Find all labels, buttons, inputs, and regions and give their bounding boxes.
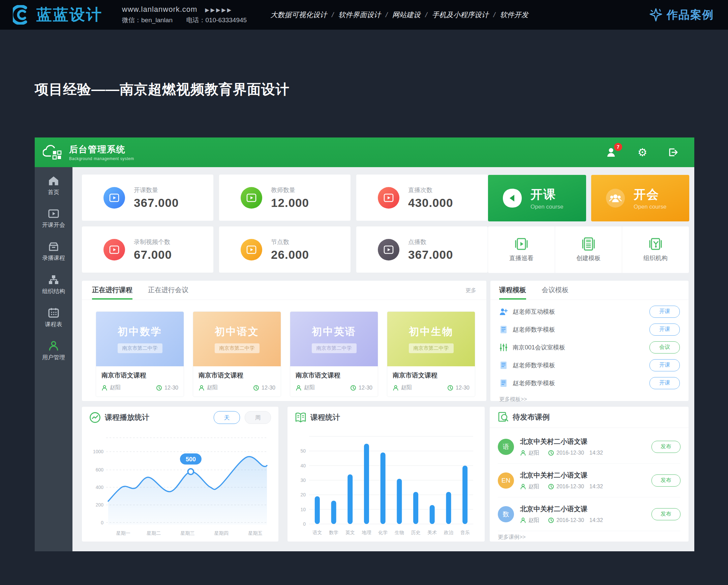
- stat-label: 节点数: [271, 238, 309, 246]
- publish-date: 2016-12-30: [556, 450, 584, 456]
- sidebar-label: 录播课程: [42, 254, 65, 262]
- publish-button[interactable]: 发布: [651, 441, 680, 453]
- course-card-english[interactable]: 初中英语 南京市第二中学 南京市语文课程 赵阳 12-30: [290, 312, 378, 397]
- menu-item-software-ui[interactable]: 软件界面设计: [338, 10, 381, 20]
- quick-link-label: 直播巡看: [509, 254, 534, 262]
- logout-button[interactable]: [667, 146, 679, 158]
- template-open-course-button[interactable]: 开课: [649, 305, 680, 318]
- open-course-label: 开课: [530, 186, 563, 203]
- menu-item-dev[interactable]: 软件开发: [500, 10, 528, 20]
- stat-icon-3: [103, 239, 125, 261]
- quick-link-organization[interactable]: 组织机构: [622, 227, 689, 273]
- sparkle-icon: [648, 7, 663, 22]
- menu-item-mobile[interactable]: 手机及小程序设计: [432, 10, 489, 20]
- svg-text:1000: 1000: [93, 449, 103, 454]
- quick-link-create-template[interactable]: 创建模板: [555, 227, 622, 273]
- course-card-math[interactable]: 初中数学 南京市第二中学 南京市语文课程 赵阳 12-30: [96, 312, 184, 397]
- toggle-week[interactable]: 周: [245, 411, 271, 424]
- tab-course-templates[interactable]: 课程模板: [499, 286, 526, 299]
- tab-ongoing-courses[interactable]: 正在进行课程: [92, 286, 132, 299]
- dashboard-mockup: 后台管理系统 Background management system 7 ⚙: [35, 137, 694, 551]
- person-icon: [393, 385, 399, 391]
- sidebar-label: 首页: [48, 188, 59, 196]
- template-row: 赵老师互动模板 开课: [499, 302, 680, 320]
- course-card-chinese[interactable]: 初中语文 南京市第二中学 南京市语文课程 赵阳 12-30: [193, 312, 281, 397]
- play-screen-icon: [109, 245, 119, 254]
- book-icon: [295, 412, 306, 423]
- template-open-course-button[interactable]: 开课: [649, 377, 680, 389]
- more-templates-link[interactable]: 更多模板>>: [499, 396, 680, 403]
- live-patrol-icon: [514, 237, 528, 251]
- svg-text:星期三: 星期三: [181, 530, 195, 536]
- doc-search-icon: [498, 412, 509, 423]
- course-card-biology[interactable]: 初中生物 南京市第二中学 南京市语文课程 赵阳 12-30: [387, 312, 475, 397]
- play-screen-icon: [246, 245, 257, 254]
- user-notifications-button[interactable]: 7: [606, 146, 618, 158]
- sidebar-item-schedule[interactable]: 课程表: [35, 303, 73, 332]
- portfolio-link[interactable]: 作品案例: [648, 7, 714, 23]
- sidebar-item-home[interactable]: 首页: [35, 171, 73, 200]
- menu-item-website[interactable]: 网站建设: [392, 10, 421, 20]
- template-open-course-button[interactable]: 开课: [649, 323, 680, 336]
- play-screen-icon: [109, 193, 119, 202]
- course-cover-2: 初中英语 南京市第二中学: [290, 312, 378, 366]
- publish-button[interactable]: 发布: [651, 508, 680, 520]
- template-meeting-button[interactable]: 会议: [649, 341, 680, 353]
- template-open-course-button[interactable]: 开课: [649, 359, 680, 371]
- open-course-button[interactable]: 开课 Open course: [488, 175, 586, 221]
- sidebar-item-user-management[interactable]: 用户管理: [35, 336, 73, 365]
- publish-row: 语 北京中关村二小语文课 赵阳 2016-12-30 14:32 发布: [498, 430, 680, 464]
- svg-text:音乐: 音乐: [460, 530, 470, 535]
- svg-text:30: 30: [300, 478, 306, 483]
- sidebar-item-open-class[interactable]: 开课开会: [35, 204, 73, 233]
- top-menu: 大数据可视化设计 / 软件界面设计 / 网站建设 / 手机及小程序设计 / 软件…: [270, 10, 528, 20]
- sidebar-label: 组织结构: [42, 288, 65, 295]
- open-meeting-sublabel: Open course: [634, 204, 666, 210]
- menu-item-bigdata[interactable]: 大数据可视化设计: [270, 10, 327, 20]
- settings-button[interactable]: ⚙: [636, 146, 648, 158]
- sidebar-item-org-structure[interactable]: 组织结构: [35, 270, 73, 299]
- svg-text:美术: 美术: [427, 530, 437, 535]
- notification-badge: 7: [614, 143, 622, 151]
- ongoing-more-link[interactable]: 更多: [465, 287, 476, 299]
- sidebar-label: 开课开会: [42, 221, 65, 229]
- line-chart-svg: 10006004002000星期一星期二星期三星期四星期五500: [89, 430, 272, 537]
- home-icon: [48, 176, 59, 186]
- group-icon: [605, 187, 626, 209]
- publish-button[interactable]: 发布: [651, 475, 680, 487]
- course-title: 南京市语文课程: [393, 371, 469, 380]
- open-meeting-button[interactable]: 开会 Open course: [591, 175, 689, 221]
- stat-icon-2: [378, 187, 399, 209]
- tab-meeting-templates[interactable]: 会议模板: [542, 286, 569, 299]
- sidebar-item-recorded-courses[interactable]: 录播课程: [35, 237, 73, 266]
- svg-text:0: 0: [303, 521, 306, 527]
- stat-value: 26.000: [271, 248, 309, 262]
- course-time: 12-30: [164, 385, 178, 391]
- user-management-icon: [49, 341, 59, 351]
- template-row: 赵老师数学模板 开课: [499, 356, 680, 374]
- person-icon: [101, 385, 107, 391]
- publish-title: 北京中关村二小语文课: [520, 471, 603, 480]
- publish-date: 2016-12-30: [556, 517, 584, 523]
- course-time: 12-30: [359, 385, 372, 391]
- person-plus-icon: [499, 308, 508, 316]
- mixer-icon: [499, 343, 508, 351]
- document-icon: [499, 379, 508, 387]
- more-lessons-link[interactable]: 更多课例>>: [498, 534, 680, 541]
- tab-ongoing-meetings[interactable]: 正在进行会议: [148, 286, 188, 299]
- bar-chart-svg: 01020304050语文数学英文地理化学生物历史美术政治音乐: [294, 430, 478, 537]
- phone-label: 电话：010-63334945: [186, 17, 247, 24]
- stat-icon-4: [241, 239, 262, 261]
- quick-link-live-patrol[interactable]: 直播巡看: [488, 227, 555, 273]
- template-row: 南京001会议室模板 会议: [499, 338, 680, 356]
- course-title: 南京市语文课程: [295, 371, 372, 380]
- menu-separator: /: [425, 11, 427, 19]
- course-statistics-panel: 课程统计 01020304050语文数学英文地理化学生物历史美术政治音乐: [287, 407, 485, 541]
- site-logo[interactable]: 蓝蓝设计: [13, 4, 102, 25]
- svg-text:50: 50: [300, 448, 306, 454]
- clock-icon: [447, 385, 453, 391]
- play-screen-icon: [384, 245, 394, 254]
- toggle-day[interactable]: 天: [214, 411, 240, 424]
- svg-text:400: 400: [96, 485, 104, 490]
- clock-icon: [350, 385, 356, 391]
